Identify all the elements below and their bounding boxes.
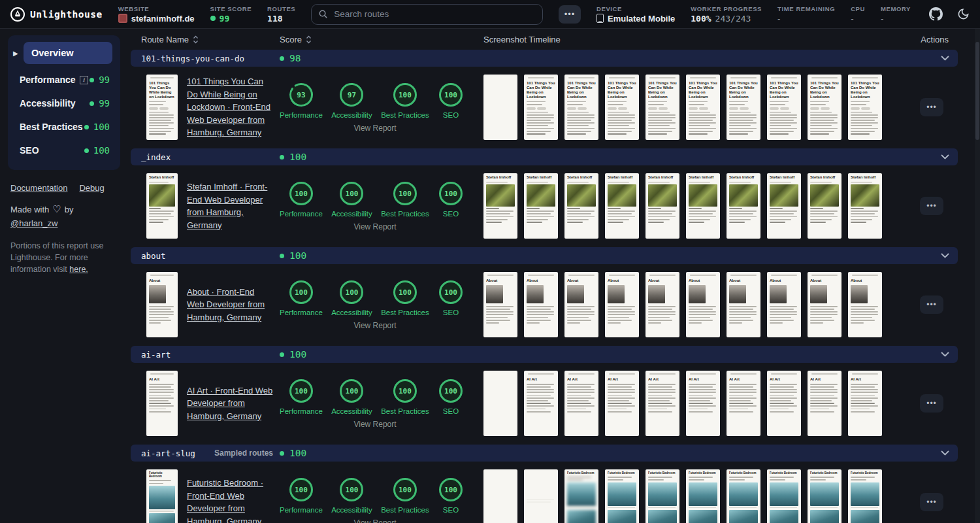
- debug-link[interactable]: Debug: [79, 183, 104, 193]
- score-dot-icon: [210, 16, 216, 21]
- timeline-screenshot-ai-art-slug: [524, 469, 558, 523]
- routes-value: 118: [267, 14, 295, 24]
- timeline-screenshot-101-things-you-can-do: 101 Things You Can Do While Being on Loc…: [767, 75, 801, 140]
- screenshot-timeline: 101 Things You Can Do While Being on Loc…: [470, 75, 906, 140]
- score-gauge-accessibility: 100 Accessibility: [331, 378, 372, 415]
- group-bar-_index[interactable]: _index 100: [131, 148, 958, 165]
- route-page-link[interactable]: Stefan Imhoff · Front-End Web Developer …: [187, 180, 273, 231]
- chevron-down-icon[interactable]: [932, 154, 958, 160]
- timeline-screenshot-ai-art-slug: Futuristic Bedroom: [605, 469, 639, 523]
- credit-line: Made with ♡ by @harlan_zw: [8, 193, 120, 228]
- sort-icon[interactable]: [306, 35, 312, 44]
- author-link[interactable]: @harlan_zw: [10, 218, 57, 228]
- timeline-screenshot-101-things-you-can-do: 101 Things You Can Do While Being on Loc…: [848, 75, 882, 140]
- route-thumbnail: Futuristic Bedroom: [146, 469, 178, 523]
- score-gauge-accessibility: 100 Accessibility: [331, 180, 372, 218]
- documentation-link[interactable]: Documentation: [10, 183, 67, 193]
- route-group-101-things-you-can-do: 101-things-you-can-do 98 101 Things You …: [131, 50, 958, 144]
- column-score[interactable]: Score: [280, 35, 470, 44]
- sidebar-item-performance[interactable]: Performancei 99: [13, 68, 112, 92]
- search-input[interactable]: [311, 4, 543, 25]
- scrollbar-thumb[interactable]: [975, 42, 979, 140]
- sampled-routes-badge: Sampled routes: [214, 448, 280, 458]
- view-report-link[interactable]: View Report: [353, 124, 396, 133]
- timeline-screenshot-ai-art-slug: [483, 469, 517, 523]
- dark-mode-moon-icon[interactable]: [957, 8, 970, 20]
- column-route-name[interactable]: Route Name: [131, 35, 280, 44]
- view-report-link[interactable]: View Report: [353, 420, 396, 429]
- sort-icon[interactable]: [193, 35, 199, 44]
- worker-progress-stat: WORKER PROGRESS 100%243/243: [691, 5, 762, 24]
- chevron-down-icon[interactable]: [932, 253, 958, 258]
- route-row-_index: Stefan Imhoff Stefan Imhoff · Front-End …: [131, 169, 958, 243]
- column-screenshot-timeline: Screenshot Timeline: [470, 35, 906, 44]
- row-actions-button[interactable]: •••: [920, 493, 943, 511]
- heart-icon: ♡: [52, 203, 61, 215]
- timeline-screenshot-ai-art: [483, 371, 517, 436]
- timeline-screenshot-_index: Stefan Imhoff: [524, 173, 558, 239]
- route-page-link[interactable]: About · Front-End Web Developer from Ham…: [187, 286, 273, 324]
- timeline-screenshot-ai-art-slug: Futuristic Bedroom: [645, 469, 679, 523]
- sidebar-nav-panel: ▶ Overview Performancei 99 Accessibility…: [8, 35, 120, 170]
- score-gauge-best-practices: 100 Best Practices: [381, 82, 429, 119]
- route-row-about: About About · Front-End Web Developer fr…: [131, 268, 958, 341]
- route-page-link[interactable]: 101 Things You Can Do While Being on Loc…: [187, 75, 273, 139]
- route-page-link[interactable]: AI Art · Front-End Web Developer from Ha…: [187, 384, 273, 423]
- device-stat: DEVICE Emulated Mobile: [596, 5, 675, 24]
- score-dot-icon: [280, 56, 284, 61]
- screenshot-timeline: Stefan Imhoff Stefan Imhoff Stefan Imhof…: [470, 173, 906, 239]
- chevron-down-icon[interactable]: [932, 56, 958, 61]
- score-dot-icon: [90, 78, 94, 82]
- route-page-link[interactable]: Futuristic Bedroom · Front-End Web Devel…: [187, 477, 273, 523]
- header-more-button[interactable]: •••: [559, 5, 581, 24]
- timeline-screenshot-about: About: [686, 272, 720, 337]
- route-row-ai-art: AI Art AI Art · Front-End Web Developer …: [131, 367, 958, 440]
- group-route-name: about: [141, 251, 166, 261]
- memory-value: -: [881, 14, 911, 24]
- sidebar-item-accessibility[interactable]: Accessibility 99: [13, 92, 112, 115]
- screenshot-timeline: About About About About About About Abou…: [470, 272, 906, 337]
- website-stat: WEBSITE stefanimhoff.de: [118, 5, 195, 24]
- group-bar-ai-art[interactable]: ai-art 100: [131, 346, 958, 363]
- here-link[interactable]: here.: [69, 265, 88, 274]
- view-report-link[interactable]: View Report: [353, 321, 396, 330]
- score-dot-icon: [90, 101, 94, 106]
- collapse-caret-icon[interactable]: ▶: [13, 50, 20, 57]
- timeline-screenshot-ai-art: AI Art: [686, 371, 720, 436]
- routes-table: Route Name Score Screenshot Timeline Act…: [128, 29, 980, 523]
- sidebar-item-overview[interactable]: Overview: [24, 42, 112, 64]
- timeline-screenshot-101-things-you-can-do: [483, 75, 517, 140]
- row-actions-button[interactable]: •••: [920, 394, 943, 413]
- group-bar-ai-art-slug[interactable]: ai-art-slug Sampled routes 100: [131, 445, 958, 462]
- lighthouse-logo-icon: [10, 7, 25, 22]
- mobile-device-icon: [596, 14, 604, 23]
- top-header: Unlighthouse WEBSITE stefanimhoff.de SIT…: [0, 0, 980, 29]
- memory-stat: MEMORY -: [881, 5, 911, 24]
- timeline-screenshot-ai-art-slug: Futuristic Bedroom: [686, 469, 720, 523]
- row-actions-button[interactable]: •••: [920, 98, 943, 116]
- score-gauge-performance: 100 Performance: [280, 279, 323, 316]
- group-score: 98: [280, 53, 932, 63]
- sidebar-item-seo[interactable]: SEO 100: [13, 139, 112, 162]
- website-value: stefanimhoff.de: [131, 14, 195, 24]
- row-actions-button[interactable]: •••: [920, 197, 943, 215]
- group-bar-about[interactable]: about 100: [131, 247, 958, 264]
- vertical-scrollbar[interactable]: [975, 29, 980, 523]
- timeline-screenshot-ai-art: AI Art: [564, 371, 598, 436]
- score-dot-icon: [280, 155, 284, 160]
- row-actions-button[interactable]: •••: [920, 295, 943, 314]
- score-gauge-accessibility: 97 Accessibility: [331, 82, 372, 119]
- worker-count: 243/243: [715, 14, 751, 24]
- github-icon[interactable]: [929, 7, 943, 21]
- timeline-screenshot-ai-art: AI Art: [645, 371, 679, 436]
- view-report-link[interactable]: View Report: [353, 222, 396, 231]
- timeline-screenshot-ai-art-slug: Futuristic Bedroom: [564, 469, 598, 523]
- sidebar-item-best-practices[interactable]: Best Practices 100: [13, 115, 112, 139]
- view-report-link[interactable]: View Report: [353, 518, 396, 523]
- group-bar-101-things-you-can-do[interactable]: 101-things-you-can-do 98: [131, 50, 958, 67]
- route-group-ai-art: ai-art 100 AI Art AI Art · Front-End Web…: [131, 346, 958, 440]
- timeline-screenshot-ai-art: AI Art: [808, 371, 841, 436]
- timeline-screenshot-about: About: [524, 272, 558, 337]
- chevron-down-icon[interactable]: [932, 450, 958, 456]
- chevron-down-icon[interactable]: [932, 352, 958, 357]
